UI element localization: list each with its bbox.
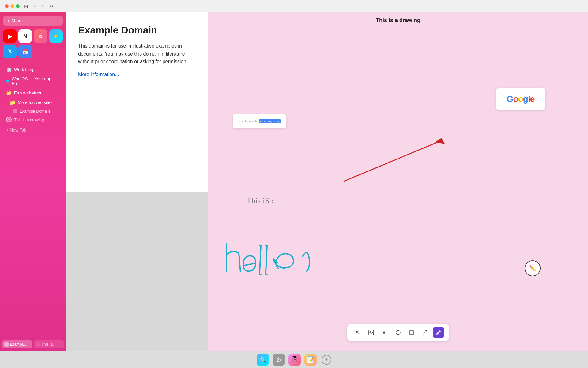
maximize-button[interactable] — [16, 4, 20, 8]
sidebar-item-label: WorkOS — Your app, En... — [12, 76, 60, 86]
circle-tool-button[interactable] — [393, 327, 404, 338]
google-logo-text: Google — [507, 94, 534, 104]
more-information-link[interactable]: More information... — [78, 72, 119, 77]
share-icon: ↑ — [7, 18, 9, 23]
im-feeling-lucky-btn[interactable]: I'm Feeling Lucky — [259, 119, 281, 123]
sidebar-item-work-things[interactable]: 🏢 Work things — [2, 65, 64, 74]
tab-favicon-drawing — [36, 342, 40, 347]
drawing-pane: This is a drawing Google Google Search I… — [208, 12, 588, 351]
svg-marker-1 — [435, 138, 445, 144]
sidebar-favicons: ▶ N ✿ ⚡ 𝕏 📅 — [0, 28, 66, 61]
dock-item-database[interactable]: 🗄 — [288, 354, 301, 366]
sidebar-item-label: Work things — [14, 67, 37, 72]
workos-dot-icon — [6, 80, 9, 83]
hello-handwriting-svg — [224, 232, 340, 293]
sidebar-item-label: Fun websites — [14, 90, 41, 95]
tab-label-drawing: This is... — [42, 342, 55, 347]
refresh-button[interactable]: ↻ — [48, 3, 55, 9]
drawing-icon: ✏ — [6, 117, 12, 122]
sidebar-tab-bar: Exampl... This is... — [0, 338, 66, 351]
web-page-description: This domain is for use in illustrative e… — [78, 42, 196, 66]
drawing-toolbar: ↖ A — [347, 324, 449, 341]
svg-rect-7 — [409, 331, 414, 334]
sidebar-favicon-app2[interactable]: ⚡ — [49, 29, 63, 43]
svg-text:This iS :: This iS : — [247, 196, 273, 205]
forward-button[interactable]: › — [40, 3, 45, 10]
new-tab-label: + New Tab — [6, 128, 26, 132]
web-page-title: Example Domain — [78, 25, 196, 36]
sidebar-item-label: This is a drawing — [14, 117, 44, 122]
tab-label-example: Exampl... — [10, 342, 26, 347]
dock-add-button[interactable]: + — [322, 355, 331, 365]
google-search-embed: Google Search I'm Feeling Lucky — [233, 114, 286, 128]
sidebar-tab-drawing[interactable]: This is... — [34, 340, 64, 348]
sidebar-toggle-button[interactable]: ⊞ — [22, 3, 30, 10]
sidebar-favicon-notion[interactable]: N — [18, 29, 32, 43]
pencil-tool-button[interactable] — [433, 327, 444, 338]
drawing-canvas[interactable]: Google Google Search I'm Feeling Lucky — [208, 29, 588, 324]
dock-item-finder[interactable]: 🔍 — [257, 354, 269, 366]
drawing-pane-title: This is a drawing — [208, 12, 588, 29]
sidebar-tab-example[interactable]: Exampl... — [2, 340, 32, 348]
more-fun-folder-icon: 📁 — [10, 100, 15, 105]
dock: 🔍 ⚙ 🗄 📝 + — [0, 351, 588, 368]
sidebar-favicon-youtube[interactable]: ▶ — [3, 29, 17, 43]
sidebar-item-workos[interactable]: WorkOS — Your app, En... — [2, 75, 64, 88]
search-label-mini: Google Search — [238, 120, 257, 123]
web-blank-area — [66, 192, 208, 351]
pencil-cursor: ✏️ — [525, 260, 541, 276]
this-is-handwriting-svg: This iS : — [245, 191, 300, 208]
sidebar-section-main: 🏢 Work things WorkOS — Your app, En... 📁… — [0, 63, 66, 125]
new-tab-button[interactable]: + New Tab — [2, 126, 64, 134]
sidebar-favicon-calendar[interactable]: 📅 — [18, 45, 32, 58]
traffic-lights — [5, 4, 20, 8]
pencil-icon: ✏️ — [529, 265, 536, 272]
sidebar-item-more-fun-websites[interactable]: 📁 More fun websites — [2, 98, 64, 107]
sidebar-item-example-domain[interactable]: Example Domain — [2, 107, 64, 115]
web-pane: Example Domain This domain is for use in… — [66, 12, 208, 351]
sidebar-favicon-app1[interactable]: ✿ — [34, 29, 47, 43]
sidebar-divider-1 — [0, 62, 66, 62]
share-button[interactable]: ↑ Share — [3, 16, 63, 26]
rectangle-tool-button[interactable] — [406, 327, 417, 338]
fun-websites-folder-icon: 📁 — [6, 90, 12, 96]
tab-favicon-example — [4, 342, 9, 347]
svg-text:A: A — [383, 330, 386, 335]
image-tool-button[interactable] — [366, 327, 377, 338]
sidebar-item-fun-websites[interactable]: 📁 Fun websites — [2, 88, 64, 98]
sidebar-favicon-twitter[interactable]: 𝕏 — [3, 45, 17, 58]
svg-line-8 — [423, 331, 427, 334]
sidebar-item-label: More fun websites — [18, 100, 53, 105]
dock-item-notes[interactable]: 📝 — [304, 354, 317, 366]
svg-rect-3 — [369, 330, 374, 335]
back-button[interactable]: ‹ — [32, 3, 37, 10]
titlebar: ⊞ ‹ › ↻ — [0, 0, 588, 12]
content-area: Example Domain This domain is for use in… — [66, 12, 588, 351]
svg-point-6 — [396, 330, 400, 335]
google-logo-embed: Google — [496, 88, 545, 110]
minimize-button[interactable] — [10, 4, 14, 8]
select-tool-button[interactable]: ↖ — [352, 327, 363, 338]
work-things-icon: 🏢 — [6, 67, 12, 72]
close-button[interactable] — [5, 4, 9, 8]
arrow-tool-button[interactable] — [420, 327, 431, 338]
share-label: Share — [11, 18, 23, 23]
web-content: Example Domain This domain is for use in… — [66, 12, 208, 192]
text-tool-button[interactable]: A — [379, 327, 390, 338]
example-domain-page-icon — [13, 109, 17, 113]
main-layout: ↑ Share ▶ N ✿ ⚡ 𝕏 📅 🏢 Work things WorkOS… — [0, 12, 588, 351]
svg-line-0 — [344, 140, 442, 181]
sidebar-item-this-is-drawing[interactable]: ✏ This is a drawing — [2, 115, 64, 124]
sidebar: ↑ Share ▶ N ✿ ⚡ 𝕏 📅 🏢 Work things WorkOS… — [0, 12, 66, 351]
sidebar-item-label: Example Domain — [20, 109, 50, 113]
dock-item-settings[interactable]: ⚙ — [273, 354, 285, 366]
